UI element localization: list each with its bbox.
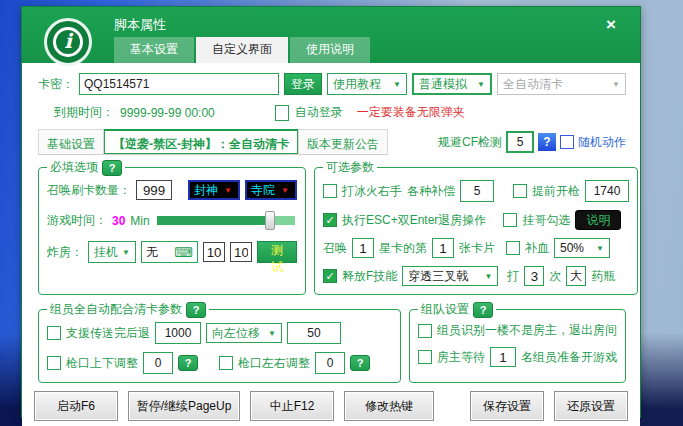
optional-row-2: ✓ 执行ESC+双Enter退房操作 挂哥勾选 说明 [323,210,629,230]
params-row: 必填选项 ? 召唤刷卡数量： 封神 ▼ 寺院 ▼ 游戏时间： [38,167,626,295]
guage-label: 挂哥勾选 [522,212,570,229]
inner-tab-row: 基础设置 【逆袭-禁区-封神】：全自动清卡 版本更新公告 规避CF检测 ? 随机… [38,129,626,155]
task-dropdown-value: 全自动清卡 [503,76,563,93]
save-settings-button[interactable]: 保存设置 [470,391,544,421]
mode-dropdown[interactable]: 普通模拟 ▼ [412,73,492,95]
team-row-1: 组员识别一楼不是房主，退出房间 [418,322,617,339]
cf-help-button[interactable]: ? [538,133,556,151]
tutorial-dropdown[interactable]: 使用教程 ▼ [327,73,407,95]
ice-fire-checkbox[interactable] [323,184,337,198]
task-dropdown: 全自动清卡 ▼ [497,73,626,95]
potion-size-box[interactable]: 大 [566,266,586,286]
star-input[interactable] [352,238,374,258]
prefire-checkbox[interactable] [513,184,527,198]
tab-version-news[interactable]: 版本更新公告 [298,129,388,154]
host-wait-checkbox[interactable] [418,350,432,364]
chevron-down-icon: ▼ [484,272,492,281]
required-options-title: 必填选项 [50,159,98,176]
script-properties-window: i 脚本属性 × 基本设置 自定义界面 使用说明 卡密： 登录 使用教程 ▼ 普… [21,6,641,418]
muzzle-v-checkbox[interactable] [47,356,61,370]
muzzle-v-input[interactable] [143,352,173,374]
game-time-row: 游戏时间： 30 Min [47,212,297,229]
team-settings-title: 组队设置 [421,301,469,318]
random-action-checkbox[interactable] [560,135,574,149]
auto-login-checkbox[interactable] [275,105,289,121]
hit-label: 打 [507,268,519,285]
bomb-room-label: 炸房： [47,244,83,261]
cf-detect-input[interactable] [506,131,534,153]
card-key-row: 卡密： 登录 使用教程 ▼ 普通模拟 ▼ 全自动清卡 ▼ [38,73,626,95]
heal-label: 补血 [525,240,549,257]
muzzle-h-input[interactable] [315,352,345,374]
member-help-button[interactable]: ? [186,302,206,318]
expiry-value: 9999-99-99 00:00 [120,106,215,120]
tab-basic-settings[interactable]: 基本设置 [114,37,194,63]
support-distance-input[interactable] [155,322,201,344]
shift-offset-input[interactable] [287,322,341,344]
heal-dropdown[interactable]: 50% ▼ [554,238,610,258]
test-button[interactable]: 测试 [257,241,297,263]
identify-host-checkbox[interactable] [418,324,432,338]
card-index-input[interactable] [432,238,454,258]
header-tabs: 基本设置 自定义界面 使用说明 [114,37,372,63]
ice-fire-label: 打冰火右手 [342,183,402,200]
card-key-input[interactable] [79,73,279,95]
auto-login-label: 自动登录 [295,104,343,121]
chevron-down-icon: ▼ [224,186,232,195]
hit-count-input[interactable] [524,266,544,286]
chevron-down-icon: ▼ [268,329,276,338]
bomb-num2-input[interactable] [230,242,252,262]
required-help-button[interactable]: ? [102,160,122,176]
restore-settings-button[interactable]: 还原设置 [554,391,628,421]
tab-auto-clear[interactable]: 【逆袭-禁区-封神】：全自动清卡 [104,129,298,154]
tab-custom-interface[interactable]: 自定义界面 [196,37,288,63]
close-icon[interactable]: × [600,14,622,36]
warning-text: 一定要装备无限弹夹 [357,104,465,121]
stop-button[interactable]: 中止F12 [250,391,334,421]
compensation-input[interactable] [460,180,494,202]
start-button[interactable]: 启动F6 [34,391,118,421]
support-checkbox[interactable] [47,326,61,340]
team-settings-group: 组队设置 ? 组员识别一楼不是房主，退出房间 房主等待 名组员准备开游戏 [409,309,626,383]
summon-count-input[interactable] [136,180,172,200]
tab-base-config[interactable]: 基础设置 [38,129,104,154]
pause-resume-button[interactable]: 暂停/继续PageUp [128,391,240,421]
bomb-num1-input[interactable] [203,242,225,262]
shift-direction-dropdown[interactable]: 向左位移 ▼ [206,323,282,343]
title-bar: i 脚本属性 × 基本设置 自定义界面 使用说明 [22,7,640,63]
chevron-down-icon: ▼ [596,244,604,253]
edit-hotkeys-button[interactable]: 修改热键 [344,391,434,421]
compensation-label: 各种补偿 [407,183,455,200]
optional-row-1: 打冰火右手 各种补偿 提前开枪 [323,180,629,202]
shuoming-button[interactable]: 说明 [575,210,621,230]
muzzle-h-checkbox[interactable] [219,356,233,370]
prefire-input[interactable] [585,180,629,202]
bomb-mode-dropdown[interactable]: 挂机 ▼ [88,241,136,263]
login-button[interactable]: 登录 [284,73,322,95]
fskill-checkbox[interactable]: ✓ [323,269,337,283]
preset-dropdown-2[interactable]: 寺院 ▼ [245,180,297,200]
heal-checkbox[interactable] [506,241,520,255]
guage-checkbox[interactable] [503,213,517,227]
preset-dropdown-1[interactable]: 封神 ▼ [188,180,240,200]
bomb-key-field[interactable]: 无 ⌨ [141,241,198,263]
optional-row-3: 召唤 星卡的第 张卡片 补血 50% ▼ [323,238,629,258]
preset-2-value: 寺院 [251,182,275,199]
fskill-label: 释放F技能 [342,268,397,285]
optional-params-group: 可选参数 打冰火右手 各种补偿 提前开枪 ✓ 执行ESC+双Enter退房操作 … [314,167,638,295]
muzzle-h-help-button[interactable]: ? [350,355,370,371]
slider-thumb[interactable] [265,211,275,230]
game-time-slider[interactable] [157,216,295,225]
esc-exit-checkbox[interactable]: ✓ [323,213,337,227]
expiry-label: 到期时间： [54,104,114,121]
wait-count-input[interactable] [490,347,516,367]
window-body: 卡密： 登录 使用教程 ▼ 普通模拟 ▼ 全自动清卡 ▼ 到期时间： 9999-… [22,63,640,383]
skill-dropdown[interactable]: 穿透三叉戟 ▼ [402,266,498,286]
tab-usage-instructions[interactable]: 使用说明 [290,37,370,63]
game-time-label: 游戏时间： [47,212,107,229]
team-help-button[interactable]: ? [473,302,493,318]
game-time-unit: Min [130,214,149,228]
summon-prefix-label: 召唤 [323,240,347,257]
muzzle-v-help-button[interactable]: ? [178,355,198,371]
summon-count-row: 召唤刷卡数量： 封神 ▼ 寺院 ▼ [47,180,297,200]
